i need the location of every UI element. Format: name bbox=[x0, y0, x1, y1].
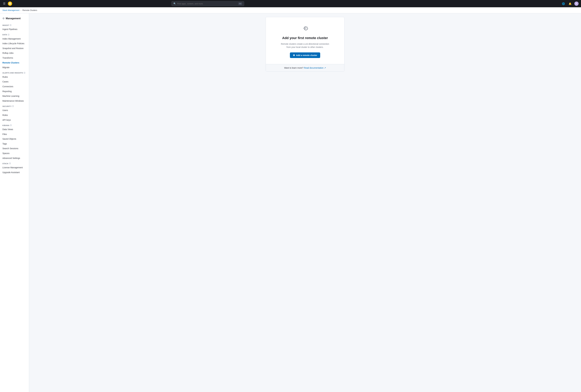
section-data: Data ⓘ bbox=[0, 32, 29, 36]
add-cluster-label: Add a remote cluster bbox=[296, 54, 317, 56]
sidebar-item-files[interactable]: Files bbox=[0, 132, 29, 137]
search-shortcut: ⌘/ bbox=[238, 2, 242, 5]
add-icon: ⊕ bbox=[293, 54, 295, 57]
read-documentation-link[interactable]: Read documentation ↗ bbox=[304, 67, 326, 69]
sidebar-item-index-management[interactable]: Index Management bbox=[0, 36, 29, 41]
security-info-icon: ⓘ bbox=[12, 105, 14, 108]
sidebar-header: ⚙ Management bbox=[0, 16, 29, 22]
empty-state-body: Add your first remote cluster Remote clu… bbox=[266, 17, 344, 64]
empty-state-gear-icon bbox=[302, 24, 309, 33]
sidebar-item-remote-clusters[interactable]: Remote Clusters bbox=[0, 60, 29, 65]
hamburger-icon: ☰ bbox=[3, 2, 6, 5]
sidebar-item-saved-objects[interactable]: Saved Objects bbox=[0, 136, 29, 142]
main-content: Add your first remote cluster Remote clu… bbox=[29, 13, 581, 392]
sidebar-item-api-keys[interactable]: API keys bbox=[0, 118, 29, 122]
add-remote-cluster-button[interactable]: ⊕ Add a remote cluster bbox=[290, 52, 320, 58]
search-input[interactable] bbox=[177, 2, 237, 5]
sidebar-item-maintenance-windows[interactable]: Maintenance Windows bbox=[0, 98, 29, 104]
sidebar-item-migrate[interactable]: Migrate bbox=[0, 65, 29, 70]
sidebar-item-cases[interactable]: Cases bbox=[0, 79, 29, 84]
sidebar-item-rollup-jobs[interactable]: Rollup Jobs bbox=[0, 51, 29, 56]
sidebar-item-snapshot-restore[interactable]: Snapshot and Restore bbox=[0, 46, 29, 51]
main-layout: ⚙ Management Ingest ⓘ Ingest Pipelines D… bbox=[0, 13, 581, 392]
alerts-info-icon: ⓘ bbox=[24, 72, 26, 74]
search-icon: 🔍 bbox=[174, 2, 176, 5]
read-documentation-label: Read documentation bbox=[304, 67, 324, 69]
breadcrumb-remote-clusters: Remote Clusters bbox=[22, 9, 37, 11]
data-info-icon: ⓘ bbox=[8, 34, 10, 36]
sidebar-item-upgrade-assistant[interactable]: Upgrade Assistant bbox=[0, 170, 29, 175]
globe-icon: 🌐 bbox=[562, 2, 565, 5]
global-search-bar[interactable]: 🔍 ⌘/ bbox=[172, 1, 244, 6]
notifications-button[interactable]: 🔔 bbox=[568, 1, 572, 6]
stack-info-icon: ⓘ bbox=[9, 162, 11, 165]
svg-point-3 bbox=[9, 3, 11, 4]
nav-right-actions: 🌐 🔔 E bbox=[561, 1, 578, 6]
breadcrumb-bar: Stack Management › Remote Clusters bbox=[0, 7, 581, 13]
sidebar-item-search-sessions[interactable]: Search Sessions bbox=[0, 146, 29, 151]
globe-button[interactable]: 🌐 bbox=[561, 1, 566, 6]
section-kibana: Kibana ⓘ bbox=[0, 122, 29, 127]
sidebar-item-machine-learning[interactable]: Machine Learning bbox=[0, 94, 29, 98]
sidebar-item-connectors[interactable]: Connectors bbox=[0, 84, 29, 89]
footer-text: Want to learn more? bbox=[284, 67, 303, 69]
section-stack: Stack ⓘ bbox=[0, 160, 29, 165]
sidebar-item-spaces[interactable]: Spaces bbox=[0, 151, 29, 156]
elastic-logo bbox=[8, 2, 12, 6]
section-security: Security ⓘ bbox=[0, 103, 29, 108]
empty-state-card: Add your first remote cluster Remote clu… bbox=[266, 17, 344, 72]
management-icon: ⚙ bbox=[2, 17, 4, 20]
sidebar-item-index-lifecycle[interactable]: Index Lifecycle Policies bbox=[0, 41, 29, 46]
sidebar-item-roles[interactable]: Roles bbox=[0, 113, 29, 118]
ingest-info-icon: ⓘ bbox=[10, 24, 12, 26]
empty-state-footer: Want to learn more? Read documentation ↗ bbox=[266, 64, 344, 72]
external-link-icon: ↗ bbox=[324, 67, 326, 69]
empty-state-description: Remote clusters create a uni-directional… bbox=[279, 42, 331, 49]
avatar-label: E bbox=[576, 2, 577, 5]
sidebar-item-ingest-pipelines[interactable]: Ingest Pipelines bbox=[0, 27, 29, 32]
top-navigation: ☰ 🔍 ⌘/ 🌐 🔔 E bbox=[0, 0, 581, 7]
empty-state-title: Add your first remote cluster bbox=[282, 36, 328, 40]
breadcrumb-stack-management[interactable]: Stack Management bbox=[2, 9, 20, 11]
elastic-logo-icon bbox=[8, 2, 12, 6]
sidebar-item-tags[interactable]: Tags bbox=[0, 142, 29, 146]
sidebar-item-license-management[interactable]: License Management bbox=[0, 165, 29, 170]
sidebar-item-advanced-settings[interactable]: Advanced Settings bbox=[0, 156, 29, 161]
sidebar-item-transforms[interactable]: Transforms bbox=[0, 56, 29, 60]
sidebar-item-users[interactable]: Users bbox=[0, 108, 29, 113]
kibana-info-icon: ⓘ bbox=[10, 124, 12, 126]
section-ingest: Ingest ⓘ bbox=[0, 22, 29, 27]
sidebar: ⚙ Management Ingest ⓘ Ingest Pipelines D… bbox=[0, 13, 29, 392]
sidebar-item-data-views[interactable]: Data Views bbox=[0, 127, 29, 132]
sidebar-item-rules[interactable]: Rules bbox=[0, 75, 29, 80]
breadcrumb-separator: › bbox=[20, 9, 21, 11]
user-avatar-button[interactable]: E bbox=[574, 2, 578, 6]
section-alerts-insights: Alerts and Insights ⓘ bbox=[0, 70, 29, 75]
hamburger-button[interactable]: ☰ bbox=[2, 1, 6, 6]
sidebar-title: Management bbox=[6, 17, 20, 20]
sidebar-item-reporting[interactable]: Reporting bbox=[0, 89, 29, 94]
bell-icon: 🔔 bbox=[568, 2, 572, 5]
